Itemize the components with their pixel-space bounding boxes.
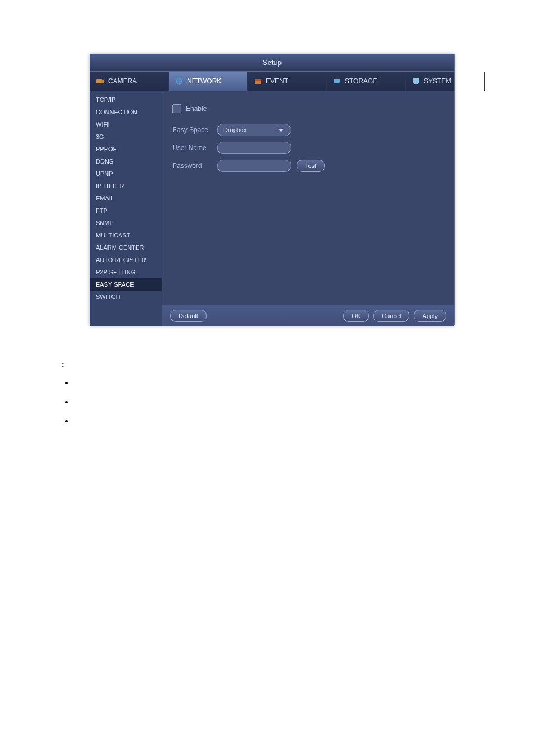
sidebar-item-upnp[interactable]: UPNP xyxy=(90,167,162,180)
easyspace-select[interactable]: Dropbox xyxy=(217,124,291,136)
username-row: User Name xyxy=(172,141,444,155)
default-button[interactable]: Default xyxy=(170,310,207,322)
bottom-bar: Default OK Cancel Apply xyxy=(162,305,454,326)
test-button-label: Test xyxy=(305,162,316,169)
sidebar-item-label: ALARM CENTER xyxy=(96,244,144,251)
svg-point-6 xyxy=(339,82,340,83)
sidebar-item-label: EMAIL xyxy=(96,195,114,202)
window-title: Setup xyxy=(263,58,282,67)
svg-rect-7 xyxy=(413,78,419,83)
sidebar-item-wifi[interactable]: WIFI xyxy=(90,118,162,130)
sidebar-item-ftp[interactable]: FTP xyxy=(90,204,162,217)
svg-rect-8 xyxy=(414,83,418,84)
sidebar-item-label: UPNP xyxy=(96,170,113,177)
chevron-down-icon xyxy=(277,126,285,134)
default-button-label: Default xyxy=(179,312,198,319)
ok-button-label: OK xyxy=(352,312,360,319)
sidebar-item-label: AUTO REGISTER xyxy=(96,256,146,263)
tab-label: SYSTEM xyxy=(424,77,451,85)
event-icon xyxy=(254,77,263,85)
sidebar-item-label: 3G xyxy=(96,133,104,140)
svg-marker-1 xyxy=(102,79,104,83)
titlebar: Setup xyxy=(90,54,454,72)
tab-label: STORAGE xyxy=(345,77,377,85)
cancel-button[interactable]: Cancel xyxy=(373,310,409,322)
tab-camera[interactable]: CAMERA xyxy=(90,72,169,91)
easyspace-label: Easy Space xyxy=(172,126,217,134)
camera-icon xyxy=(96,77,105,85)
sidebar-item-email[interactable]: EMAIL xyxy=(90,192,162,204)
tab-network[interactable]: NETWORK xyxy=(169,72,248,91)
top-tabs: CAMERA NETWORK EVENT STORAGE SYSTEM xyxy=(90,72,454,91)
sidebar-item-label: IP FILTER xyxy=(96,183,124,189)
password-row: Password Test xyxy=(172,158,444,173)
password-input[interactable] xyxy=(217,160,291,172)
sidebar-item-tcpip[interactable]: TCP/IP xyxy=(90,94,162,106)
sidebar-item-connection[interactable]: CONNECTION xyxy=(90,106,162,118)
enable-checkbox[interactable] xyxy=(172,104,181,113)
network-icon xyxy=(175,77,184,85)
sidebar-item-label: P2P SETTING xyxy=(96,269,135,276)
sidebar-item-label: SWITCH xyxy=(96,293,120,300)
sidebar: TCP/IP CONNECTION WIFI 3G PPPOE DDNS UPN… xyxy=(90,91,162,326)
apply-button-label: Apply xyxy=(422,312,438,319)
below-text: : xyxy=(62,358,74,433)
cancel-button-label: Cancel xyxy=(382,312,401,319)
ok-button[interactable]: OK xyxy=(343,310,369,322)
svg-marker-9 xyxy=(279,129,283,132)
tab-event[interactable]: EVENT xyxy=(248,72,327,91)
username-label: User Name xyxy=(172,144,217,152)
sidebar-item-label: EASY SPACE xyxy=(96,281,134,288)
username-input[interactable] xyxy=(217,142,291,154)
sidebar-item-alarmcenter[interactable]: ALARM CENTER xyxy=(90,241,162,254)
svg-rect-0 xyxy=(96,79,102,83)
sidebar-item-switch[interactable]: SWITCH xyxy=(90,291,162,303)
system-icon xyxy=(411,77,420,85)
svg-rect-4 xyxy=(255,79,261,81)
easyspace-value: Dropbox xyxy=(223,127,247,133)
sidebar-item-autoregister[interactable]: AUTO REGISTER xyxy=(90,254,162,266)
apply-button[interactable]: Apply xyxy=(414,310,446,322)
enable-label: Enable xyxy=(186,105,207,113)
sidebar-item-ipfilter[interactable]: IP FILTER xyxy=(90,180,162,192)
sidebar-item-label: SNMP xyxy=(96,220,114,226)
sidebar-item-label: CONNECTION xyxy=(96,109,137,115)
colon-mark: : xyxy=(62,358,74,371)
sidebar-item-ddns[interactable]: DDNS xyxy=(90,155,162,167)
password-label: Password xyxy=(172,162,217,170)
sidebar-item-easyspace[interactable]: EASY SPACE xyxy=(90,278,162,291)
sidebar-item-label: MULTICAST xyxy=(96,232,130,239)
sidebar-item-3g[interactable]: 3G xyxy=(90,130,162,143)
test-button[interactable]: Test xyxy=(297,160,325,172)
sidebar-item-label: DDNS xyxy=(96,158,113,165)
storage-icon xyxy=(332,77,341,85)
setup-window: Setup CAMERA NETWORK EVENT STORAGE xyxy=(90,54,455,326)
sidebar-item-label: TCP/IP xyxy=(96,96,115,103)
sidebar-item-snmp[interactable]: SNMP xyxy=(90,217,162,229)
sidebar-item-label: WIFI xyxy=(96,121,109,128)
tab-label: EVENT xyxy=(266,77,288,85)
tab-label: NETWORK xyxy=(187,77,221,85)
easyspace-row: Easy Space Dropbox xyxy=(172,123,444,137)
sidebar-item-label: FTP xyxy=(96,207,107,214)
tab-system[interactable]: SYSTEM xyxy=(406,72,485,91)
sidebar-item-label: PPPOE xyxy=(96,146,117,152)
sidebar-item-pppoe[interactable]: PPPOE xyxy=(90,143,162,155)
bullet-list xyxy=(62,376,74,421)
sidebar-item-multicast[interactable]: MULTICAST xyxy=(90,229,162,241)
enable-row: Enable xyxy=(172,101,444,116)
content-panel: Enable Easy Space Dropbox User Name xyxy=(162,91,454,326)
tab-label: CAMERA xyxy=(108,77,137,85)
sidebar-item-p2psetting[interactable]: P2P SETTING xyxy=(90,266,162,278)
tab-storage[interactable]: STORAGE xyxy=(327,72,406,91)
